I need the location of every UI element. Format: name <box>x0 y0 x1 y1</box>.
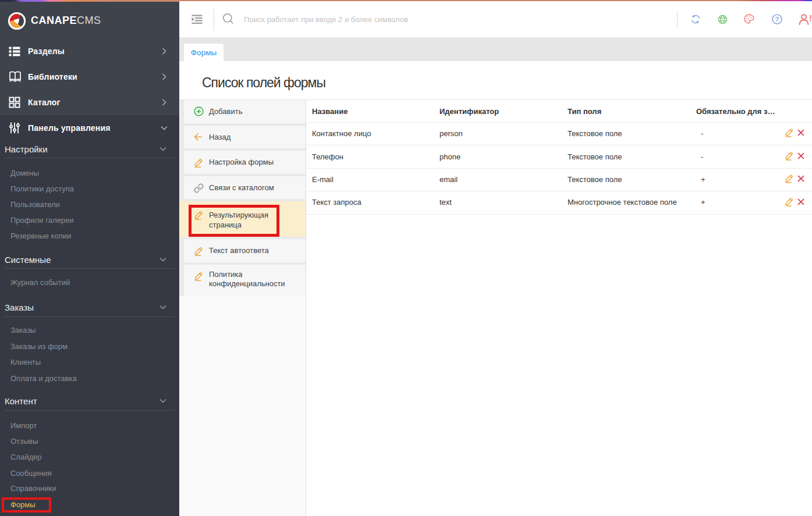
svg-text:?: ? <box>775 16 779 23</box>
